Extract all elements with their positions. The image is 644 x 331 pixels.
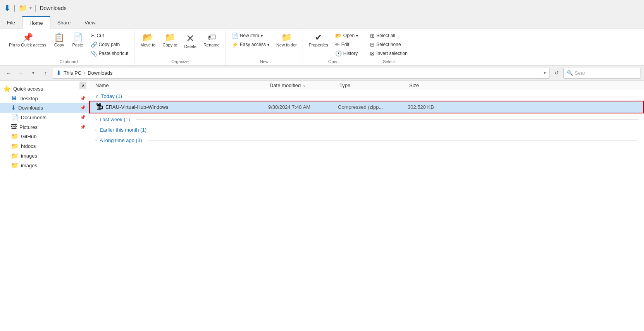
tab-view[interactable]: View [77,16,102,29]
tab-share[interactable]: Share [50,16,78,29]
sidebar-item-desktop[interactable]: 🖥 Desktop 📌 [0,94,89,103]
edit-button[interactable]: ✏ Edit [332,40,361,49]
delete-button[interactable]: ✕ Delete [181,31,199,51]
open-icon: 📂 [335,33,342,39]
htdocs-label: htdocs [21,143,86,149]
sidebar-item-pictures[interactable]: 🖼 Pictures 📌 [0,122,89,132]
select-all-button[interactable]: ⊞ Select all [367,31,410,40]
documents-label: Documents [21,115,78,120]
open-button[interactable]: 📂 Open ▾ [332,31,361,40]
sidebar: ∧ ⭐ Quick access 🖥 Desktop 📌 ⬇ Downloads… [0,81,89,331]
file-list-header: Name Date modified ∨ Type Size [89,81,644,90]
forward-button[interactable]: → [15,68,26,79]
new-item-button[interactable]: 📄 New item ▾ [229,31,272,40]
pin-to-quick-access-button[interactable]: 📌 Pin to Quick access [6,31,49,50]
new-item-label: New item [240,33,259,38]
new-folder-button[interactable]: 📁 New folder [274,31,300,50]
file-row-erau[interactable]: 🗜 ERAU-Virtual-Hub-Windows 9/30/2024 7:4… [89,101,644,113]
today-label: Today (1) [101,93,122,99]
copy-icon: 📋 [54,33,64,42]
cut-button[interactable]: ✂ Cut [88,31,131,40]
sidebar-item-images1[interactable]: 📁 images [0,151,89,161]
earlierthismonth-arrow: › [95,128,96,132]
sidebar-scroll-up[interactable]: ∧ [79,82,86,89]
invert-icon: ⊠ [370,50,375,57]
file-type-erau: Compressed (zipp... [338,104,408,110]
copy-to-button[interactable]: 📁 Copy to [160,31,180,50]
select-none-button[interactable]: ⊟ Select none [367,40,410,49]
col-header-type[interactable]: Type [339,82,409,88]
window-title: Downloads [40,5,66,11]
up-button[interactable]: ↑ [40,68,51,79]
nav-bar: ← → ▾ ↑ ⬇ This PC › Downloads ▾ ↺ 🔍 Sear [0,65,644,81]
delete-label: Delete [184,44,196,49]
lastweek-arrow: › [95,117,96,122]
sidebar-item-htdocs[interactable]: 📁 htdocs [0,141,89,151]
tab-home[interactable]: Home [22,16,50,29]
move-icon: 📂 [143,33,153,42]
back-button[interactable]: ← [3,68,14,79]
quick-access-icon: ⭐ [3,85,11,93]
htdocs-folder-icon: 📁 [11,142,19,150]
select-none-label: Select none [376,42,401,47]
desktop-pin: 📌 [80,96,86,101]
move-to-button[interactable]: 📂 Move to [138,31,158,50]
alongtimeago-arrow: › [95,138,96,142]
group-today[interactable]: ∨ Today (1) [89,90,644,101]
file-date-erau: 9/30/2024 7:48 AM [268,104,338,110]
refresh-button[interactable]: ↺ [551,68,562,79]
lastweek-divider [136,119,638,120]
ribbon-group-open: ✔ Properties 📂 Open ▾ ✏ Edit 🕐 History [303,31,365,65]
sidebar-item-documents[interactable]: 📄 Documents 📌 [0,113,89,122]
col-header-date[interactable]: Date modified ∨ [270,82,339,88]
rename-button[interactable]: 🏷 Rename [201,31,222,50]
group-alongtimeago[interactable]: › A long time ago (3) [89,134,644,145]
github-folder-icon: 📁 [11,133,19,140]
pictures-label: Pictures [19,124,78,130]
history-button[interactable]: 🕐 History [332,49,361,58]
paste-shortcut-icon: 📎 [91,50,97,57]
alongtimeago-label: A long time ago (3) [100,137,142,143]
properties-button[interactable]: ✔ Properties [306,31,331,50]
sidebar-item-github[interactable]: 📁 GitHub [0,132,89,141]
col-header-name[interactable]: Name [95,82,270,88]
sidebar-item-images2[interactable]: 📁 images [0,161,89,170]
copy-button[interactable]: 📋 Copy [51,31,68,50]
delete-icon: ✕ [186,33,195,43]
address-bar[interactable]: ⬇ This PC › Downloads ▾ [53,68,549,79]
easy-access-button[interactable]: ⚡ Easy access ▾ [229,40,272,49]
invert-label: Invert selection [376,51,408,56]
invert-selection-button[interactable]: ⊠ Invert selection [367,49,410,58]
recent-button[interactable]: ▾ [28,68,39,79]
paste-button[interactable]: 📄 Paste [69,31,86,50]
images2-folder-icon: 📁 [11,162,19,169]
download-icon: ⬇ [4,3,10,13]
pin-label: Pin to Quick access [9,43,46,48]
paste-shortcut-button[interactable]: 📎 Paste shortcut [88,49,131,58]
select-all-icon: ⊞ [370,33,375,39]
sidebar-item-downloads[interactable]: ⬇ Downloads 📌 [0,103,89,113]
search-bar[interactable]: 🔍 Sear [563,68,641,79]
title-arrow: ▾ [29,5,32,11]
tab-file[interactable]: File [0,16,22,29]
easy-access-label: Easy access [240,42,266,47]
documents-icon: 📄 [11,114,19,121]
desktop-label: Desktop [19,96,78,101]
file-list: Name Date modified ∨ Type Size ∨ Today (… [89,81,644,331]
copy-path-button[interactable]: 🔗 Copy path [88,40,131,49]
col-header-size[interactable]: Size [409,82,456,88]
organize-group-label: Organize [138,58,222,65]
copy-label: Copy [54,43,64,48]
open-group-label: Open [306,58,361,65]
ribbon-group-select: ⊞ Select all ⊟ Select none ⊠ Invert sele… [364,31,413,65]
pictures-icon: 🖼 [11,123,17,130]
easy-access-icon: ⚡ [232,41,238,48]
main-content: ∧ ⭐ Quick access 🖥 Desktop 📌 ⬇ Downloads… [0,81,644,331]
ribbon-group-new: 📄 New item ▾ ⚡ Easy access ▾ 📁 New folde… [226,31,303,65]
address-downloads: Downloads [88,70,112,76]
group-lastweek[interactable]: › Last week (1) [89,113,644,124]
group-earlierthismonth[interactable]: › Earlier this month (1) [89,124,644,134]
select-all-label: Select all [376,33,395,38]
sidebar-item-quick-access[interactable]: ⭐ Quick access [0,84,89,94]
open-label: Open [343,33,355,38]
